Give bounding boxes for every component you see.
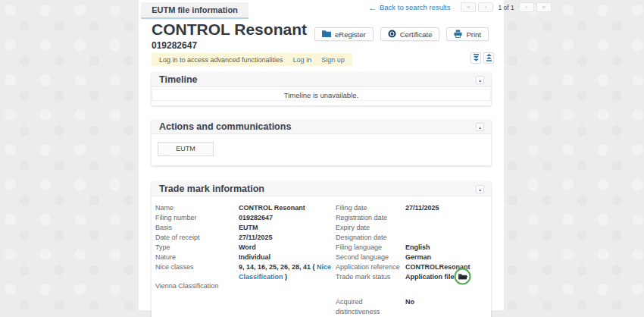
field-row: Filing date27/11/2025 (336, 203, 491, 213)
actions-section-header: Actions and communications ▲ (152, 120, 491, 134)
tab-eutm-file-information[interactable]: EUTM file information (141, 2, 249, 19)
field-value (405, 233, 491, 243)
field-row: Filing languageEnglish (336, 243, 491, 253)
trademark-section-body: NameCONTROL ResonantFiling number0192826… (152, 196, 491, 317)
timeline-empty-text: Timeline is unavailable. (284, 91, 358, 99)
field-label: Type (155, 243, 239, 253)
field-label: Date of receipt (155, 233, 239, 243)
field-value: English (405, 243, 491, 253)
certificate-button-label: Certificate (400, 30, 433, 39)
field-value: EUTM (239, 223, 334, 233)
timeline-empty-message: Timeline is unavailable. (152, 89, 491, 101)
eregister-button[interactable]: eRegister (314, 27, 374, 41)
field-value: 27/11/2025 (239, 233, 334, 243)
field-row: Second languageGerman (336, 253, 491, 262)
login-banner: Log in to access advanced functionalitie… (152, 53, 352, 66)
timeline-section: Timeline ▲ Timeline is unavailable. (152, 73, 491, 105)
pagination-last-button[interactable]: » (536, 2, 552, 12)
login-link[interactable]: Log in (293, 56, 312, 64)
field-value: Application filed (405, 272, 491, 282)
field-value: CONTROL Resonant (239, 203, 334, 213)
field-value-text: Individual (239, 253, 270, 261)
field-value: 27/11/2025 (405, 203, 491, 213)
field-value (405, 223, 491, 233)
result-pager: « ‹ 1 of 1 › » (461, 2, 553, 12)
expand-all-button[interactable] (470, 52, 481, 64)
trademark-section-title: Trade mark information (159, 184, 264, 194)
field-value (405, 213, 491, 223)
field-row: Nice classes9, 14, 16, 25, 26, 28, 41 ( … (155, 262, 336, 281)
field-value-text: Application filed (405, 273, 458, 281)
field-row: BasisEUTM (155, 223, 336, 233)
field-label: Filing date (336, 203, 405, 213)
header-action-buttons: eRegister Certificate Print (314, 27, 489, 41)
field-value-text: CONTROL Resonant (239, 204, 305, 212)
field-value-text: 019282647 (239, 214, 273, 221)
field-label: Filing number (155, 213, 239, 223)
field-value-text: 9, 14, 16, 25, 26, 28, 41 ( (239, 263, 315, 271)
print-button-label: Print (466, 30, 481, 39)
field-label: Registration date (336, 213, 405, 223)
field-row: NatureIndividual (155, 253, 336, 262)
print-button[interactable]: Print (446, 27, 489, 41)
top-navigation: ← Back to search results « ‹ 1 of 1 › » (368, 2, 554, 13)
field-value-text: No (405, 298, 414, 306)
field-row: Designation date (336, 233, 491, 243)
trademark-fields-left-column: NameCONTROL ResonantFiling number0192826… (155, 203, 336, 316)
pagination-prev-button[interactable]: ‹ (478, 2, 493, 12)
content-column: ← Back to search results « ‹ 1 of 1 › » … (139, 0, 504, 310)
field-row: NameCONTROL Resonant (155, 203, 336, 213)
field-value: Word (239, 243, 334, 253)
field-value-text: German (405, 253, 431, 261)
actions-section-body: EUTM (152, 134, 491, 165)
field-label: Basis (155, 223, 239, 233)
actions-eutm-tab[interactable]: EUTM (158, 142, 214, 156)
trademark-collapse-button[interactable]: ▲ (476, 185, 484, 193)
actions-section-title: Actions and communications (159, 121, 291, 132)
trademark-information-section: Trade mark information ▲ NameCONTROL Res… (152, 182, 491, 317)
field-value-text: 27/11/2025 (239, 234, 273, 241)
field-value: 9, 14, 16, 25, 26, 28, 41 ( Nice Classif… (239, 262, 334, 281)
back-arrow-icon: ← (368, 3, 377, 12)
page-background: ← Back to search results « ‹ 1 of 1 › » … (0, 0, 644, 317)
field-value (239, 281, 334, 291)
field-label: Trade mark status (336, 272, 405, 282)
back-link-label: Back to search results (380, 3, 450, 11)
signup-link[interactable]: Sign up (321, 56, 345, 64)
trademark-status-icon (454, 268, 471, 288)
seal-icon (388, 30, 396, 39)
field-label: Filing language (336, 243, 405, 253)
field-value-suffix: ) (283, 273, 288, 281)
timeline-section-header: Timeline ▲ (152, 73, 491, 87)
field-row: Trade mark statusApplication filed (336, 272, 491, 282)
folder-icon (322, 30, 331, 39)
field-value: Individual (239, 253, 334, 262)
field-value: No (405, 297, 491, 316)
printer-icon (454, 30, 462, 39)
pagination-next-button[interactable]: › (519, 2, 534, 12)
field-row: Registration date (336, 213, 491, 223)
field-label: Nature (155, 253, 239, 262)
field-row: TypeWord (155, 243, 336, 253)
timeline-collapse-button[interactable]: ▲ (476, 76, 484, 84)
field-label: Nice classes (155, 262, 239, 281)
certificate-button[interactable]: Certificate (380, 27, 440, 41)
field-value: German (405, 253, 491, 262)
field-value-text: English (405, 243, 430, 251)
back-to-search-link[interactable]: ← Back to search results (368, 3, 450, 12)
field-label: Name (155, 203, 239, 213)
field-label: Designation date (336, 233, 405, 243)
actions-collapse-button[interactable]: ▲ (476, 123, 484, 131)
collapse-all-button[interactable] (483, 52, 494, 64)
double-chevron-up-icon (486, 52, 492, 64)
field-row: Vienna Classification (155, 281, 336, 291)
pagination-first-button[interactable]: « (461, 2, 476, 12)
page-title: CONTROL Resonant (152, 20, 307, 39)
field-value-text: Word (239, 243, 256, 251)
field-label: Vienna Classification (155, 281, 239, 291)
field-value-text: EUTM (239, 224, 258, 231)
field-row: Acquired distinctivenessNo (336, 297, 491, 316)
field-value-text: 27/11/2025 (405, 204, 439, 212)
actions-communications-section: Actions and communications ▲ EUTM (152, 120, 491, 165)
field-row: Filing number019282647 (155, 213, 336, 223)
